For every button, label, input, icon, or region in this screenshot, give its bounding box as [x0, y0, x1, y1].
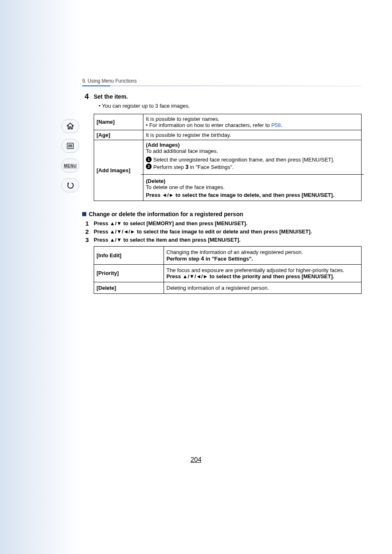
delete-instruction: Press ◄/► to select the face image to de… [146, 192, 334, 198]
breadcrumb: 9. Using Menu Functions [82, 78, 362, 85]
section-heading-text: Change or delete the information for a r… [89, 211, 243, 217]
name-desc-line2b: . [281, 122, 282, 128]
settings-table-2: [Info Edit] Changing the information of … [94, 246, 362, 294]
list-number: 1 [82, 220, 89, 227]
row-label: [Name] [94, 114, 143, 130]
toc-button[interactable] [61, 139, 79, 153]
list-item: 2 Press ▲/▼/◄/► to select the face image… [82, 228, 362, 235]
add-step-2: Perform step 3 in "Face Settings". [153, 164, 359, 170]
circled-number-2-icon: 2 [146, 164, 152, 169]
info-edit-bold: Perform step 4 in "Face Settings". [166, 256, 253, 262]
menu-label: MENU [64, 164, 76, 168]
page-number[interactable]: 204 [0, 456, 392, 464]
row-content: Changing the information of an already r… [164, 246, 362, 264]
list-text: Press ▲/▼ to select [MEMORY] and then pr… [94, 220, 247, 227]
list-number: 2 [82, 228, 89, 235]
inner-divider [141, 174, 364, 175]
sidebar-gradient [0, 0, 82, 554]
info-edit-desc: Changing the information of an already r… [166, 249, 303, 255]
name-desc-line1: It is possible to register names. [146, 116, 219, 122]
nav-button-group: MENU [61, 119, 80, 192]
table-row: [Name] It is possible to register names.… [94, 114, 362, 130]
list-text: Press ▲/▼/◄/► to select the face image t… [94, 228, 312, 235]
step-title: Set the item. [94, 93, 128, 101]
step-subtext: You can register up to 3 face images. [99, 103, 362, 109]
delete-head: (Delete) [146, 178, 166, 184]
row-content: (Add Images) To add additional face imag… [143, 140, 362, 201]
list-item: 1 Press ▲/▼ to select [MEMORY] and then … [82, 220, 362, 227]
name-desc-line2a: • For information on how to enter charac… [146, 122, 271, 128]
back-button[interactable] [61, 178, 79, 192]
home-icon [66, 122, 75, 130]
table-row: [Add Images] (Add Images) To add additio… [94, 140, 362, 201]
row-label: [Age] [94, 130, 143, 140]
priority-desc: The focus and exposure are preferentiall… [166, 267, 344, 273]
page-link-p58[interactable]: P58 [271, 122, 281, 128]
square-bullet-icon [82, 212, 86, 216]
add-step-1: Select the unregistered face recognition… [153, 157, 359, 163]
priority-bold: Press ▲/▼/◄/► to select the priority and… [166, 273, 334, 279]
row-content: Deleting information of a registered per… [164, 282, 362, 293]
row-label: [Priority] [94, 264, 164, 282]
table-row: [Age] It is possible to register the bir… [94, 130, 362, 140]
add-images-desc: To add additional face images. [146, 148, 218, 154]
delete-desc: To delete one of the face images. [146, 184, 225, 190]
table-row: [Priority] The focus and exposure are pr… [94, 264, 362, 282]
circled-number-1-icon: 1 [146, 157, 152, 162]
list-item: 3 Press ▲/▼ to select the item and then … [82, 236, 362, 244]
step-4-row: 4 Set the item. [82, 93, 362, 101]
page-content: 9. Using Menu Functions 4 Set the item. … [82, 78, 362, 294]
step-number: 4 [82, 93, 89, 101]
add-images-head: (Add Images) [146, 142, 180, 148]
row-content: The focus and exposure are preferentiall… [164, 264, 362, 282]
back-icon [66, 181, 75, 189]
row-content: It is possible to register the birthday. [143, 130, 362, 140]
row-content: It is possible to register names. • For … [143, 114, 362, 130]
table-row: [Info Edit] Changing the information of … [94, 246, 362, 264]
list-number: 3 [82, 236, 89, 244]
row-label: [Delete] [94, 282, 164, 293]
home-button[interactable] [61, 119, 79, 133]
numbered-steps-list: 1 Press ▲/▼ to select [MEMORY] and then … [82, 220, 362, 244]
table-row: [Delete] Deleting information of a regis… [94, 282, 362, 293]
settings-table-1: [Name] It is possible to register names.… [94, 114, 362, 201]
menu-button[interactable]: MENU [61, 159, 79, 173]
row-label: [Info Edit] [94, 246, 164, 264]
row-label: [Add Images] [94, 140, 143, 201]
section-heading: Change or delete the information for a r… [82, 211, 362, 217]
breadcrumb-underline [82, 85, 362, 86]
list-text: Press ▲/▼ to select the item and then pr… [94, 236, 240, 244]
list-icon [66, 142, 75, 150]
